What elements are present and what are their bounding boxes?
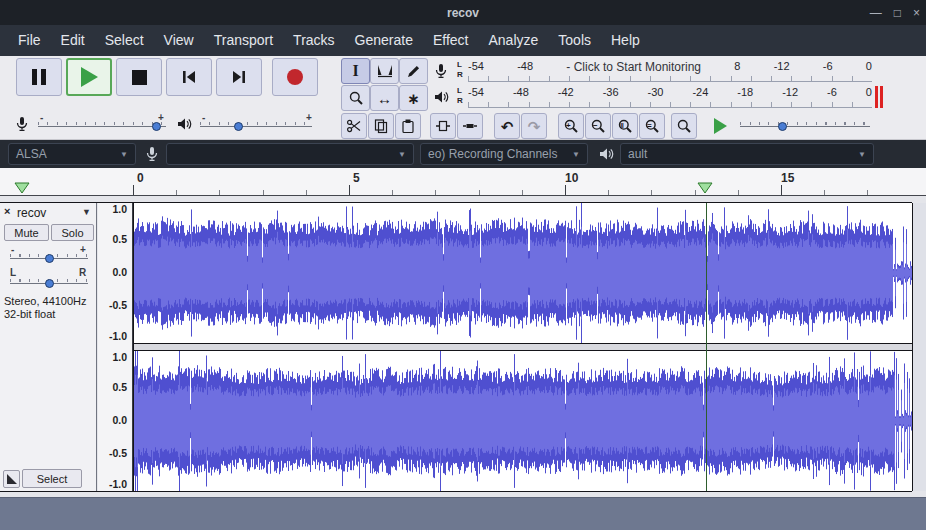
menu-tracks[interactable]: Tracks — [283, 25, 344, 56]
menu-analyze[interactable]: Analyze — [479, 25, 549, 56]
menu-transport[interactable]: Transport — [204, 25, 283, 56]
recording-device-dropdown[interactable]: ▼ — [166, 143, 414, 165]
vruler-ch1--1.0: -1.0 — [109, 330, 127, 342]
zoom-in-button[interactable]: + — [558, 113, 584, 139]
maximize-button[interactable]: □ — [894, 6, 901, 20]
menu-help[interactable]: Help — [601, 25, 650, 56]
playback-volume-thumb[interactable] — [234, 122, 243, 131]
audacity-window: recov — □ × File Edit Select View Transp… — [0, 0, 926, 530]
toolbar: I ↔ ∗ L R -54 -48 - Click to Start Monit… — [0, 56, 926, 140]
play-scale--54: -54 — [468, 86, 484, 98]
play-at-speed-button[interactable] — [704, 114, 736, 138]
skip-to-start-button[interactable] — [166, 58, 212, 96]
zoom-tool-button[interactable] — [341, 85, 370, 111]
play-scale--12: -12 — [782, 86, 798, 98]
recording-volume-thumb[interactable] — [152, 122, 161, 131]
audio-host-dropdown[interactable]: ALSA ▼ — [8, 143, 136, 165]
gain-thumb[interactable] — [45, 254, 54, 263]
selection-tool-button[interactable]: I — [341, 58, 370, 84]
vertical-scrollbar[interactable] — [913, 203, 926, 491]
close-button[interactable]: × — [913, 6, 920, 20]
menu-effect[interactable]: Effect — [423, 25, 479, 56]
stop-button[interactable] — [116, 58, 162, 96]
recording-volume-slider[interactable] — [38, 122, 166, 132]
playback-meter-scale[interactable]: -54 -48 -42 -36 -30 -24 -18 -12 -6 0 — [468, 86, 872, 98]
playback-device-value: ault — [628, 147, 647, 161]
recording-channels-dropdown[interactable]: eo) Recording Channels ▼ — [420, 143, 588, 165]
cut-button[interactable] — [341, 113, 367, 139]
play-speed-slider[interactable] — [740, 122, 870, 132]
playhead-marker-icon[interactable] — [697, 182, 713, 194]
gain-slider[interactable] — [10, 254, 88, 264]
ruler-tick — [824, 190, 825, 195]
vertical-scale-ruler[interactable]: 1.0 0.5 0.0 -0.5 -1.0 1.0 0.5 0.0 -0.5 -… — [98, 203, 133, 491]
track-name[interactable]: recov — [17, 206, 46, 220]
track-close-button[interactable]: × — [4, 205, 10, 217]
menu-file[interactable]: File — [8, 25, 51, 56]
menu-view[interactable]: View — [154, 25, 204, 56]
playback-meter-right-label: R — [457, 96, 463, 106]
undo-button[interactable]: ↶ — [494, 113, 520, 139]
record-icon — [287, 69, 303, 85]
multi-tool-button[interactable]: ∗ — [399, 85, 428, 111]
track-waveform[interactable] — [134, 203, 912, 491]
track-menu-caret-icon[interactable]: ▼ — [82, 207, 91, 217]
solo-button[interactable]: Solo — [51, 224, 94, 241]
silence-audio-button[interactable] — [457, 113, 483, 139]
timeline-label-5: 5 — [353, 171, 360, 185]
paste-icon — [400, 118, 416, 134]
chevron-down-icon: ▼ — [392, 150, 406, 159]
zoom-out-button[interactable]: − — [585, 113, 611, 139]
waveform-channel-right[interactable] — [134, 351, 912, 491]
envelope-tool-button[interactable] — [370, 58, 399, 84]
pause-button[interactable] — [16, 58, 62, 96]
monitoring-text[interactable]: - Click to Start Monitoring — [566, 60, 701, 74]
fit-selection-button[interactable]: ‖ — [612, 113, 638, 139]
silence-icon — [462, 118, 478, 134]
chevron-down-icon: ▼ — [852, 150, 866, 159]
track-control-panel[interactable]: × recov ▼ Mute Solo - + L R Stereo, 4410… — [0, 203, 97, 491]
pan-thumb[interactable] — [45, 279, 54, 288]
pinned-play-head-icon[interactable] — [14, 182, 30, 194]
paste-button[interactable] — [395, 113, 421, 139]
ruler-tick — [695, 190, 696, 195]
play-button[interactable] — [66, 58, 112, 96]
select-track-button[interactable]: Select — [22, 469, 82, 488]
menu-select[interactable]: Select — [95, 25, 154, 56]
pan-slider[interactable] — [10, 279, 88, 289]
redo-button[interactable]: ↷ — [521, 113, 547, 139]
waveform-channel-left[interactable] — [134, 203, 912, 343]
menu-generate[interactable]: Generate — [345, 25, 423, 56]
playback-volume-slider[interactable] — [200, 122, 312, 132]
playback-device-dropdown[interactable]: ault ▼ — [620, 143, 874, 165]
zoom-toggle-button[interactable] — [671, 113, 697, 139]
play-scale--24: -24 — [692, 86, 708, 98]
record-meter-scale[interactable]: -54 -48 - Click to Start Monitoring 8 -1… — [468, 60, 872, 74]
mute-button[interactable]: Mute — [4, 224, 49, 241]
menu-edit[interactable]: Edit — [51, 25, 95, 56]
menu-tools[interactable]: Tools — [548, 25, 601, 56]
play-speed-thumb[interactable] — [778, 122, 787, 131]
timeline-label-0: 0 — [137, 171, 144, 185]
trim-audio-button[interactable] — [430, 113, 456, 139]
timeline-ruler[interactable]: 0 5 10 15 — [0, 168, 926, 196]
play-at-speed-icon — [714, 118, 727, 134]
vruler-ch1-1.0: 1.0 — [112, 203, 127, 215]
zoom-toggle-icon — [676, 118, 692, 134]
ruler-tick — [479, 190, 480, 195]
copy-button[interactable] — [368, 113, 394, 139]
record-meter-bar[interactable] — [468, 76, 872, 82]
vruler-ch2--1.0: -1.0 — [109, 478, 127, 490]
collapse-track-button[interactable] — [3, 470, 20, 488]
timeshift-tool-button[interactable]: ↔ — [370, 85, 399, 111]
fit-project-button[interactable]: = — [639, 113, 665, 139]
ruler-tick — [651, 190, 652, 195]
minimize-button[interactable]: — — [870, 6, 882, 20]
draw-tool-button[interactable] — [399, 58, 428, 84]
record-button[interactable] — [272, 58, 318, 96]
menubar: File Edit Select View Transport Tracks G… — [0, 25, 926, 56]
skip-to-end-button[interactable] — [216, 58, 262, 96]
playback-meter-bar[interactable] — [468, 102, 872, 108]
fit-selection-sign: ‖ — [620, 121, 624, 130]
playhead-line — [706, 203, 707, 491]
